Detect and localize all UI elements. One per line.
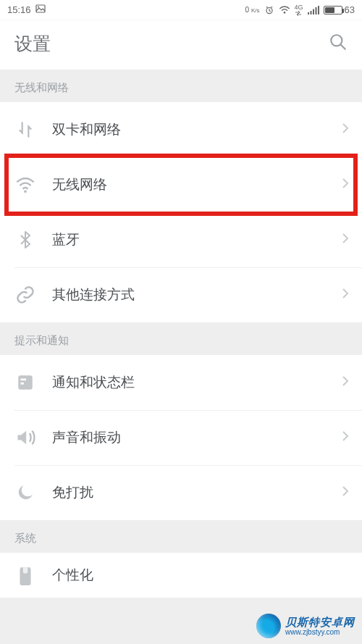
notification-icon [14, 372, 36, 393]
item-label: 双卡和网络 [52, 120, 342, 139]
network-gen: 4G [295, 4, 303, 16]
battery-indicator: 63 [324, 4, 355, 15]
svg-rect-12 [18, 375, 33, 390]
svg-rect-6 [313, 9, 314, 14]
item-label: 其他连接方式 [52, 285, 342, 304]
list-system: 个性化 [0, 553, 362, 598]
search-icon[interactable] [329, 33, 348, 54]
svg-point-3 [283, 12, 285, 14]
app-header: 设置 [0, 20, 362, 70]
alarm-icon [264, 5, 274, 15]
svg-rect-4 [308, 12, 309, 14]
watermark: 贝斯特安卓网 www.zjbstyy.com [256, 614, 355, 638]
wifi-icon [279, 6, 290, 14]
signal-icon [308, 6, 319, 14]
item-label: 声音和振动 [52, 428, 342, 447]
net-speed: 0 K/s [245, 7, 260, 14]
screenshot-icon [35, 4, 46, 15]
item-dual-sim[interactable]: 双卡和网络 [0, 102, 362, 157]
item-do-not-disturb[interactable]: 免打扰 [0, 465, 362, 520]
link-icon [14, 284, 36, 306]
list-wireless: 双卡和网络 无线网络 蓝牙 其他连接方式 [0, 102, 362, 322]
battery-level: 63 [345, 4, 355, 15]
status-time: 15:16 [7, 4, 31, 15]
chevron-right-icon [342, 177, 349, 192]
chevron-right-icon [342, 485, 349, 500]
watermark-logo-icon [256, 614, 281, 638]
svg-rect-13 [21, 379, 27, 381]
chevron-right-icon [342, 375, 349, 390]
bluetooth-icon [14, 229, 36, 251]
svg-rect-5 [310, 11, 311, 14]
item-bluetooth[interactable]: 蓝牙 [0, 212, 362, 267]
section-wireless-label: 无线和网络 [0, 70, 362, 102]
svg-rect-0 [36, 5, 45, 12]
chevron-right-icon [342, 288, 349, 302]
watermark-title: 贝斯特安卓网 [285, 616, 355, 627]
svg-point-11 [24, 190, 27, 193]
section-notify-label: 提示和通知 [0, 322, 362, 355]
item-personalize[interactable]: 个性化 [0, 553, 362, 598]
chevron-right-icon [342, 233, 349, 247]
list-notify: 通知和状态栏 声音和振动 免打扰 [0, 355, 362, 520]
svg-rect-14 [21, 382, 24, 385]
item-notification-status[interactable]: 通知和状态栏 [0, 355, 362, 410]
item-wlan[interactable]: 无线网络 [0, 157, 362, 212]
svg-rect-8 [318, 6, 319, 14]
item-label: 通知和状态栏 [52, 373, 342, 392]
item-label: 蓝牙 [52, 230, 342, 249]
status-left: 15:16 [7, 4, 46, 15]
chevron-right-icon [342, 430, 349, 445]
page-title: 设置 [14, 32, 51, 56]
watermark-url: www.zjbstyy.com [285, 629, 355, 636]
item-label: 免打扰 [52, 483, 342, 502]
personalize-icon [14, 564, 36, 586]
svg-rect-7 [315, 7, 316, 14]
svg-point-1 [38, 7, 39, 8]
status-bar: 15:16 0 K/s 4G 63 [0, 0, 362, 20]
section-system-label: 系统 [0, 520, 362, 553]
item-label: 个性化 [52, 566, 349, 585]
chevron-right-icon [342, 122, 349, 137]
dual-sim-icon [14, 119, 36, 141]
wifi-icon [14, 174, 36, 196]
item-label: 无线网络 [52, 175, 342, 194]
status-right: 0 K/s 4G 63 [245, 4, 355, 16]
sound-icon [14, 427, 36, 448]
moon-icon [14, 482, 36, 503]
svg-line-10 [340, 44, 345, 49]
item-sound-vibration[interactable]: 声音和振动 [0, 410, 362, 465]
item-other-connections[interactable]: 其他连接方式 [0, 267, 362, 322]
